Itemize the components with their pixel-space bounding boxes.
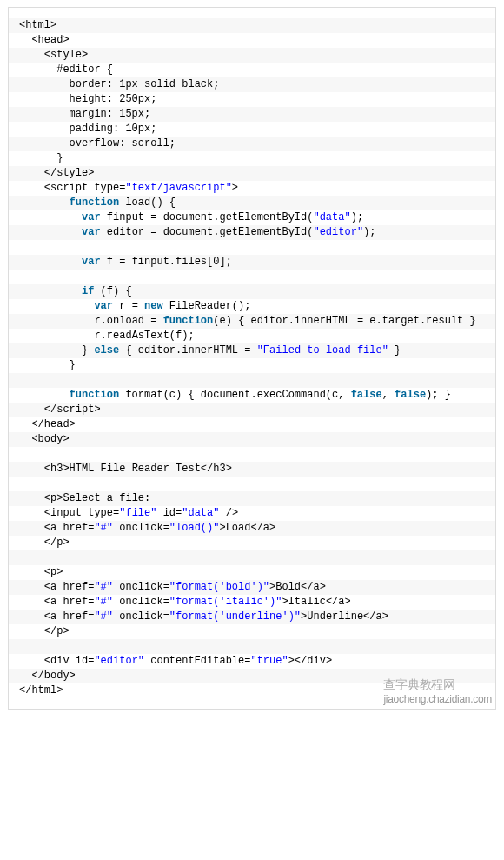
code-token: <h3>HTML File Reader Test</h3> [44,463,232,475]
watermark-cn: 查字典教程网 [383,677,454,691]
code-token: false [395,389,426,401]
code-token: "file" [119,507,156,519]
code-line: function format(c) { document.execComman… [9,388,495,403]
code-token: } [388,344,401,357]
code-token: "#" [94,581,113,593]
code-token: <a href= [44,522,95,534]
code-token: "Failed to load file" [257,344,388,357]
code-token: id= [156,507,182,519]
code-line: var f = finput.files[0]; [9,255,495,270]
code-line: <script type="text/javascript"> [9,181,495,196]
code-token: overflow: scroll; [70,137,176,150]
code-line [9,447,495,462]
code-token: </p> [44,625,70,637]
code-token: <p>Select a file: [44,492,150,504]
code-token: r = [113,300,144,312]
code-token: "editor" [94,655,144,667]
code-token: format(c) { document.execCommand(c, [119,389,350,401]
code-line: } else { editor.innerHTML = "Failed to l… [9,343,495,358]
code-token: "format('bold')" [169,581,269,593]
code-line: <html> [9,18,495,33]
code-line: margin: 15px; [9,107,495,122]
code-token: ); } [426,389,451,401]
code-line: </p> [9,624,495,639]
code-line: r.readAsText(f); [9,329,495,343]
code-token: (e) { editor.innerHTML = e.target.result… [213,315,475,327]
code-line: } [9,358,495,373]
code-line: <input type="file" id="data" /> [9,506,495,521]
code-token: "editor" [313,226,363,238]
code-line: function load() { [9,196,495,210]
code-line: var finput = document.getElementById("da… [9,210,495,225]
code-token: { editor.innerHTML = [119,344,256,357]
code-token: </head> [31,418,75,430]
code-token: onclick= [113,581,169,593]
code-line [9,240,495,255]
code-token: } [70,359,76,371]
code-token: </body> [31,670,75,682]
code-token: "#" [94,596,113,608]
code-token: else [94,344,119,357]
code-token: (f) { [94,285,131,297]
code-token: >Italic</a> [282,596,350,608]
code-token: function [70,197,120,209]
code-line: <a href="#" onclick="format('bold')">Bol… [9,580,495,595]
code-token: finput = document.getElementById( [101,211,314,223]
code-token: </script> [44,403,101,416]
code-line [9,270,495,284]
code-token: "true" [250,655,288,667]
code-token: contentEditable= [144,655,250,667]
code-token: "format('italic')" [169,596,282,608]
code-token: f = finput.files[0]; [101,256,232,268]
code-token: load() { [119,197,176,209]
code-token: </html> [19,684,63,697]
code-token: new [144,300,163,312]
code-token: <input type= [44,507,119,519]
code-token: <style> [44,49,88,61]
code-line: r.onload = function(e) { editor.innerHTM… [9,314,495,329]
code-token: onclick= [113,522,169,534]
code-token: var [82,211,101,223]
code-token: >Load</a> [219,522,275,534]
code-line: </style> [9,166,495,181]
code-line: height: 250px; [9,92,495,107]
code-token: /> [219,507,238,519]
code-line [9,373,495,388]
code-token: FileReader(); [163,300,251,312]
code-token: <a href= [44,581,95,593]
code-line: </p> [9,536,495,550]
code-token: "format('underline')" [169,610,301,623]
code-line [9,639,495,654]
code-token: <body> [31,433,69,445]
code-block: <html> <head> <style> #editor { border: … [8,7,496,710]
watermark: 查字典教程网 jiaocheng.chazidian.com [383,677,492,705]
code-line: <body> [9,432,495,447]
code-token: } [82,344,94,357]
code-line: <head> [9,33,495,48]
code-token: if [82,285,94,297]
code-line [9,550,495,565]
code-line: <a href="#" onclick="format('underline')… [9,610,495,624]
code-line: </script> [9,403,495,417]
code-token: r.readAsText(f); [94,330,194,342]
code-token: false [351,389,382,401]
code-token: <a href= [44,596,95,608]
code-token: <p> [44,566,63,578]
code-token: "#" [94,522,113,534]
code-line: if (f) { [9,284,495,299]
code-line: #editor { [9,63,495,77]
code-line: <p> [9,565,495,580]
code-token: #editor { [56,63,113,76]
code-token: >Bold</a> [269,581,326,593]
code-token: >Underline</a> [301,610,388,623]
code-line: <div id="editor" contentEditable="true">… [9,654,495,669]
code-token: function [70,389,120,401]
code-token: var [94,300,113,312]
code-line: <a href="#" onclick="load()">Load</a> [9,521,495,536]
code-line: <p>Select a file: [9,491,495,506]
code-token: var [82,256,101,268]
code-token: ); [363,226,375,238]
code-token: border: 1px solid black; [70,78,220,90]
code-token: <div id= [44,655,95,667]
code-line: } [9,151,495,166]
